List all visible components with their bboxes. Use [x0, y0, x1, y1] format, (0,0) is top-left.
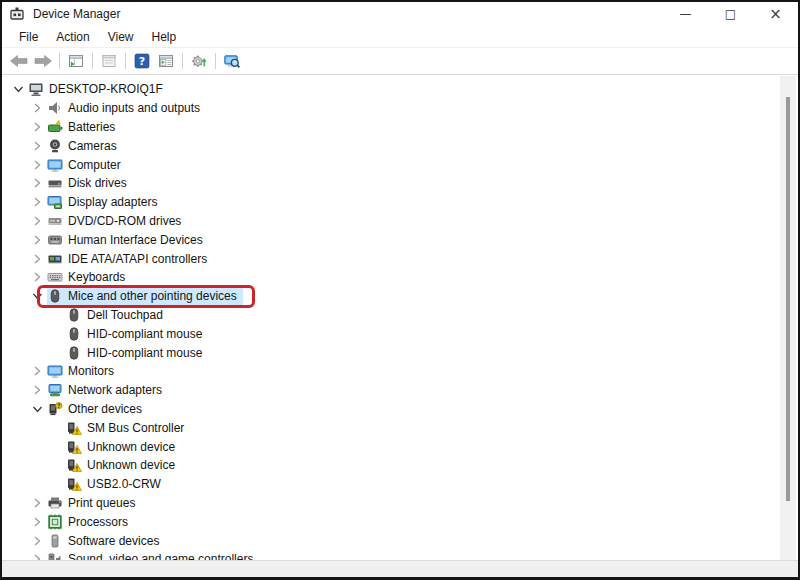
tree-item[interactable]: Disk drives: [2, 174, 798, 193]
row-content: Audio inputs and outputs: [47, 99, 206, 117]
tree-item[interactable]: Cameras: [2, 136, 798, 155]
vertical-scrollbar[interactable]: [780, 76, 796, 560]
menu-view[interactable]: View: [99, 28, 143, 46]
chevron-right-icon[interactable]: [29, 495, 45, 511]
scan-hardware-changes-button[interactable]: [220, 50, 244, 72]
show-action-pane-button[interactable]: [154, 50, 178, 72]
chevron-right-icon[interactable]: [29, 213, 45, 229]
chevron-right-icon[interactable]: [29, 194, 45, 210]
monitor-icon: [47, 363, 63, 379]
close-button[interactable]: ×: [753, 2, 798, 26]
row-content: DESKTOP-KROIQ1F: [28, 80, 169, 98]
tree-item-label: Other devices: [68, 402, 142, 416]
chevron-right-icon[interactable]: [29, 269, 45, 285]
toolbar-separator: [215, 53, 216, 69]
tree-item[interactable]: Sound, video and game controllers: [2, 550, 798, 560]
back-icon: [9, 53, 29, 69]
row-content: Computer: [47, 156, 127, 174]
chevron-spacer: [48, 345, 64, 361]
warning-device-icon: [66, 439, 82, 455]
ide-controller-icon: [47, 251, 63, 267]
chevron-down-icon[interactable]: [29, 288, 45, 304]
menu-file[interactable]: File: [10, 28, 47, 46]
help-icon: ?: [134, 53, 150, 69]
tree-item[interactable]: Network adapters: [2, 381, 798, 400]
tree-item[interactable]: USB2.0-CRW: [2, 475, 798, 494]
device-manager-icon: [9, 6, 25, 22]
tree-item[interactable]: Mice and other pointing devices: [2, 287, 798, 306]
tree-item[interactable]: Unknown device: [2, 456, 798, 475]
tree-item[interactable]: IDE ATA/ATAPI controllers: [2, 249, 798, 268]
properties-button[interactable]: [97, 50, 121, 72]
warning-device-icon: [66, 457, 82, 473]
menu-help[interactable]: Help: [143, 28, 186, 46]
tree-item[interactable]: Keyboards: [2, 268, 798, 287]
scrollbar-thumb[interactable]: [786, 97, 790, 501]
row-content: Software devices: [47, 532, 165, 550]
selected-row-highlight: Mice and other pointing devices: [47, 287, 243, 305]
tree-item-label: HID-compliant mouse: [87, 327, 202, 341]
chevron-right-icon[interactable]: [29, 175, 45, 191]
chevron-right-icon[interactable]: [29, 232, 45, 248]
chevron-right-icon[interactable]: [29, 119, 45, 135]
row-content: HID-compliant mouse: [66, 325, 208, 343]
scan-hardware-changes-icon: [224, 53, 240, 69]
unknown-device-icon: ?: [47, 401, 63, 417]
tree-item-label: Computer: [68, 158, 121, 172]
minimize-button[interactable]: —: [663, 2, 708, 26]
tree-item-label: Batteries: [68, 120, 115, 134]
tree-item-label: IDE ATA/ATAPI controllers: [68, 252, 207, 266]
maximize-button[interactable]: □: [708, 2, 753, 26]
chevron-right-icon[interactable]: [29, 551, 45, 560]
disk-drive-icon: [47, 175, 63, 191]
tree-item[interactable]: Unknown device: [2, 437, 798, 456]
tree-item[interactable]: Print queues: [2, 494, 798, 513]
tree-item[interactable]: Computer: [2, 155, 798, 174]
tree-item[interactable]: ?Other devices: [2, 400, 798, 419]
tree-item[interactable]: Monitors: [2, 362, 798, 381]
chevron-right-icon[interactable]: [29, 251, 45, 267]
tree-item[interactable]: Audio inputs and outputs: [2, 99, 798, 118]
tree-item-label: SM Bus Controller: [87, 421, 184, 435]
tree-item[interactable]: Software devices: [2, 531, 798, 550]
tree-item[interactable]: DVD/CD-ROM drives: [2, 212, 798, 231]
chevron-down-icon[interactable]: [29, 401, 45, 417]
toolbar-separator: [59, 53, 60, 69]
row-content: Cameras: [47, 137, 123, 155]
update-driver-button[interactable]: [187, 50, 211, 72]
chevron-right-icon[interactable]: [29, 514, 45, 530]
tree-item[interactable]: Batteries: [2, 118, 798, 137]
camera-icon: [47, 138, 63, 154]
svg-text:?: ?: [57, 402, 61, 409]
tree-item[interactable]: Human Interface Devices: [2, 230, 798, 249]
tree-item-label: Monitors: [68, 364, 114, 378]
tree-item-label: USB2.0-CRW: [87, 477, 161, 491]
back-button[interactable]: [7, 50, 31, 72]
show-hide-console-tree-button[interactable]: [64, 50, 88, 72]
tree-item[interactable]: Dell Touchpad: [2, 306, 798, 325]
tree-item[interactable]: HID-compliant mouse: [2, 343, 798, 362]
help-button[interactable]: ?: [130, 50, 154, 72]
chevron-right-icon[interactable]: [29, 100, 45, 116]
chevron-right-icon[interactable]: [29, 382, 45, 398]
forward-button[interactable]: [31, 50, 55, 72]
chevron-right-icon[interactable]: [29, 138, 45, 154]
tree-item[interactable]: Processors: [2, 512, 798, 531]
tree-item[interactable]: Display adapters: [2, 193, 798, 212]
row-content: Human Interface Devices: [47, 231, 209, 249]
toolbar: ?: [2, 48, 798, 75]
row-content: Disk drives: [47, 174, 133, 192]
menu-action[interactable]: Action: [47, 28, 98, 46]
tree-item-label: Cameras: [68, 139, 117, 153]
chevron-down-icon[interactable]: [10, 81, 26, 97]
tree-item-label: DVD/CD-ROM drives: [68, 214, 181, 228]
battery-icon: [47, 119, 63, 135]
tree-item[interactable]: SM Bus Controller: [2, 418, 798, 437]
chevron-right-icon[interactable]: [29, 157, 45, 173]
software-device-icon: [47, 533, 63, 549]
chevron-right-icon[interactable]: [29, 363, 45, 379]
tree-item[interactable]: HID-compliant mouse: [2, 324, 798, 343]
tree-item[interactable]: DESKTOP-KROIQ1F: [2, 80, 798, 99]
chevron-right-icon[interactable]: [29, 533, 45, 549]
titlebar: Device Manager — □ ×: [2, 2, 798, 26]
